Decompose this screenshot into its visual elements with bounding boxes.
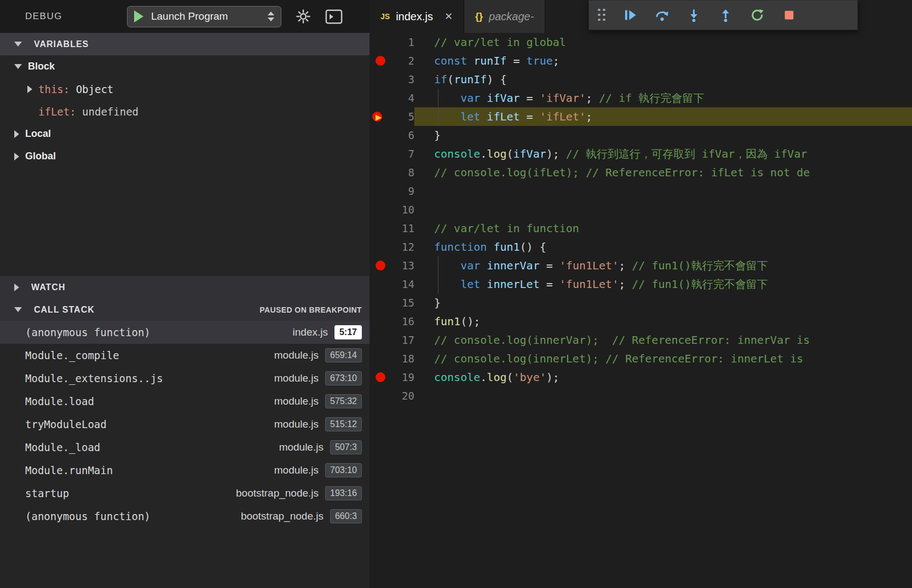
breakpoint-current-icon[interactable]: ▶ [370,107,391,126]
code-line-12[interactable]: 12function fun1() { [370,238,912,256]
code-line-9[interactable]: 9 [370,182,912,200]
frame-line-col-badge: 5:17 [334,325,362,339]
line-number: 19 [391,368,414,387]
frame-name: Module._extensions..js [25,372,163,384]
code-line-5[interactable]: ▶5 let ifLet = 'ifLet'; [370,107,912,126]
code-line-14[interactable]: 14 let innerLet = 'fun1Let'; // fun1()執行… [370,275,912,293]
launch-config-dropdown[interactable]: Launch Program [127,6,281,27]
code-line-16[interactable]: 16fun1(); [370,312,912,331]
stack-frame[interactable]: (anonymous function)bootstrap_node.js660… [0,505,370,528]
code-line-3[interactable]: 3if(runIf) { [370,70,912,89]
breakpoint-gutter[interactable] [370,126,391,145]
breakpoint-gutter[interactable] [370,219,391,238]
code-line-10[interactable]: 10 [370,200,912,219]
stack-frame[interactable]: Module._loadmodule.js507:3 [0,436,370,459]
stack-frame[interactable]: Module.loadmodule.js575:32 [0,390,370,413]
frame-file: index.js [293,326,334,338]
code-line-2[interactable]: 2const runIf = true; [370,51,912,70]
line-number: 12 [391,238,414,256]
breakpoint-gutter[interactable] [370,182,391,200]
breakpoint-icon[interactable] [370,51,391,70]
stack-frame[interactable]: tryModuleLoadmodule.js515:12 [0,413,370,436]
frame-line-col-badge: 673:10 [325,371,362,385]
breakpoint-gutter[interactable] [370,293,391,312]
twisty-icon [14,130,19,138]
code-line-18[interactable]: 18// console.log(innerLet); // Reference… [370,349,912,368]
step-out-button[interactable] [718,8,733,23]
breakpoint-gutter[interactable] [370,275,391,293]
line-number: 3 [391,70,414,89]
breakpoint-gutter[interactable] [370,33,391,51]
code-line-11[interactable]: 11// var/let in function [370,219,912,238]
code-text: if(runIf) { [414,70,912,89]
call-stack-section-header[interactable]: CALL STACK PAUSED ON BREAKPOINT [0,298,370,321]
line-number: 17 [391,331,414,349]
continue-button[interactable] [622,8,638,23]
code-line-1[interactable]: 1// var/let in global [370,33,912,51]
watch-section-header[interactable]: WATCH [0,276,370,298]
stack-frame[interactable]: Module.runMainmodule.js703:10 [0,459,370,482]
stop-button[interactable] [781,8,796,23]
close-tab-icon[interactable]: ✕ [445,10,453,22]
tab-package-json[interactable]: {} package- [464,0,545,33]
floating-debug-toolbar [588,0,858,30]
breakpoint-gutter[interactable] [370,331,391,349]
scope-block[interactable]: Block [0,55,370,78]
editor-group: JS index.js ✕ {} package- [370,0,912,588]
breakpoint-gutter[interactable] [370,387,391,405]
restart-button[interactable] [749,8,765,23]
frame-file: bootstrap_node.js [241,510,330,522]
breakpoint-gutter[interactable] [370,312,391,331]
code-text: var innerVar = 'fun1Let'; // fun1()執行完不會… [414,256,912,275]
line-number: 11 [391,219,414,238]
line-number: 5 [391,107,414,126]
code-text: let innerLet = 'fun1Let'; // fun1()執行完不會… [414,275,912,293]
variable-ifLet[interactable]: ifLet: undefined [0,100,370,123]
open-debug-console-icon[interactable] [325,9,343,24]
scope-local[interactable]: Local [0,123,370,145]
step-over-button[interactable] [654,8,669,23]
frame-name: Module._load [25,441,100,453]
expand-icon [14,284,19,291]
code-line-19[interactable]: 19console.log('bye'); [370,368,912,387]
variables-section-header[interactable]: VARIABLES [0,33,370,55]
breakpoint-gutter[interactable] [370,70,391,89]
breakpoint-icon[interactable] [370,368,391,387]
drag-handle-icon[interactable] [598,9,606,22]
breakpoint-gutter[interactable] [370,349,391,368]
breakpoint-icon[interactable] [370,256,391,275]
stack-frame[interactable]: Module._extensions..jsmodule.js673:10 [0,367,370,390]
scope-label: Global [25,151,56,162]
code-line-13[interactable]: 13 var innerVar = 'fun1Let'; // fun1()執行… [370,256,912,275]
code-line-4[interactable]: 4 var ifVar = 'ifVar'; // if 執行完會留下 [370,89,912,107]
line-number: 4 [391,89,414,107]
code-line-17[interactable]: 17// console.log(innerVar); // Reference… [370,331,912,349]
breakpoint-gutter[interactable] [370,89,391,107]
tab-label: index.js [396,10,433,23]
code-line-6[interactable]: 6} [370,126,912,145]
stack-frame[interactable]: startupbootstrap_node.js193:16 [0,482,370,505]
breakpoint-gutter[interactable] [370,238,391,256]
frame-name: (anonymous function) [25,326,151,338]
watch-section-label: WATCH [31,283,65,292]
frame-line-col-badge: 703:10 [325,463,362,477]
variables-section-label: VARIABLES [34,39,89,49]
start-debug-icon[interactable] [134,10,143,22]
step-into-button[interactable] [686,8,701,23]
tab-index-js[interactable]: JS index.js ✕ [370,0,464,33]
stack-frame[interactable]: Module._compilemodule.js659:14 [0,344,370,367]
breakpoint-gutter[interactable] [370,200,391,219]
launch-config-label: Launch Program [151,10,263,22]
code-line-20[interactable]: 20 [370,387,912,405]
code-line-15[interactable]: 15} [370,293,912,312]
configure-gear-icon[interactable] [296,9,311,24]
line-number: 8 [391,163,414,182]
stack-frame[interactable]: (anonymous function)index.js5:17 [0,321,370,344]
variable-this[interactable]: this: Object [0,78,370,100]
code-line-8[interactable]: 8// console.log(ifLet); // ReferenceErro… [370,163,912,182]
code-text: // var/let in function [414,219,912,238]
breakpoint-gutter[interactable] [370,145,391,163]
code-line-7[interactable]: 7console.log(ifVar); // 執行到這行，可存取到 ifVar… [370,145,912,163]
breakpoint-gutter[interactable] [370,163,391,182]
scope-global[interactable]: Global [0,145,370,168]
